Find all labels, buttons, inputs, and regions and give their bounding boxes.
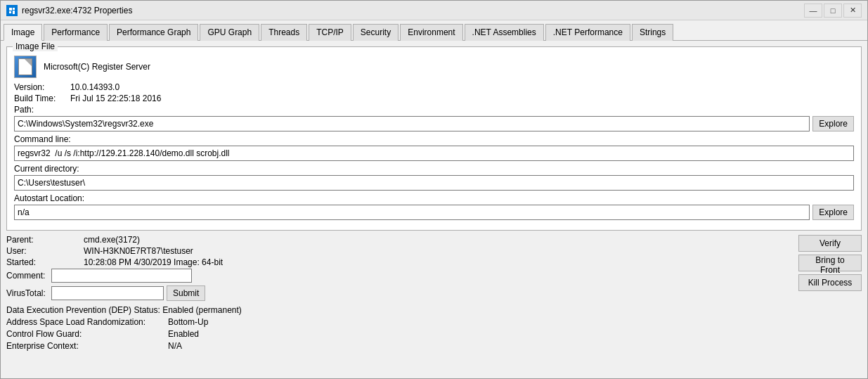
tab-environment[interactable]: Environment <box>400 24 462 41</box>
tab-threads[interactable]: Threads <box>261 24 307 41</box>
svg-rect-4 <box>13 11 15 14</box>
parent-value: cmd.exe(3172) <box>84 235 140 245</box>
started-value: 10:28:08 PM 4/30/2019 Image: 64-bit <box>84 257 223 267</box>
comment-row: Comment: <box>6 269 793 283</box>
autostart-row: Explore <box>14 205 854 220</box>
window-title: regsvr32.exe:4732 Properties <box>22 6 804 15</box>
close-button[interactable]: ✕ <box>843 4 862 18</box>
build-label: Build Time: <box>14 94 70 103</box>
right-buttons: Verify Bring to Front Kill Process <box>798 235 862 353</box>
dep-value: Enabled (permanent) <box>162 305 242 315</box>
maximize-button[interactable]: □ <box>824 4 842 18</box>
virustotal-label: VirusTotal: <box>6 288 48 298</box>
app-name: Microsoft(C) Register Server <box>44 62 150 72</box>
ec-row: Enterprise Context: N/A <box>6 341 793 351</box>
main-window: regsvr32.exe:4732 Properties — □ ✕ Image… <box>0 0 868 379</box>
svg-rect-1 <box>9 8 12 11</box>
cfg-label: Control Flow Guard: <box>6 329 168 339</box>
svg-rect-3 <box>9 11 11 13</box>
ec-label: Enterprise Context: <box>6 341 168 351</box>
bottom-section: Parent: cmd.exe(3172) User: WIN-H3KN0E7R… <box>6 235 862 353</box>
verify-button[interactable]: Verify <box>798 235 862 252</box>
parent-label: Parent: <box>6 235 84 245</box>
tab-gpu-graph[interactable]: GPU Graph <box>200 24 259 41</box>
tab-strings[interactable]: Strings <box>632 24 673 41</box>
comment-input[interactable] <box>51 269 192 283</box>
version-value: 10.0.14393.0 <box>70 82 119 92</box>
started-label: Started: <box>6 257 84 267</box>
cmdline-input[interactable] <box>14 146 854 161</box>
curdir-group: Current directory: <box>14 164 854 191</box>
dep-row: Data Execution Prevention (DEP) Status: … <box>6 305 793 315</box>
image-file-group-title: Image File <box>13 41 58 51</box>
user-label: User: <box>6 246 84 256</box>
ec-value: N/A <box>168 341 182 351</box>
app-icon <box>14 56 37 78</box>
main-content: Image File Microsoft(C) Register Server … <box>1 41 867 378</box>
build-value: Fri Jul 15 22:25:18 2016 <box>70 94 161 103</box>
cfg-row: Control Flow Guard: Enabled <box>6 329 793 339</box>
window-controls: — □ ✕ <box>804 4 862 18</box>
autostart-explore-button[interactable]: Explore <box>812 205 854 220</box>
app-header: Microsoft(C) Register Server <box>14 56 854 78</box>
curdir-input[interactable] <box>14 175 854 191</box>
kill-process-button[interactable]: Kill Process <box>798 274 862 291</box>
aslr-value: Bottom-Up <box>168 317 208 327</box>
path-label: Path: <box>14 105 854 115</box>
version-label: Version: <box>14 82 70 92</box>
svg-rect-2 <box>13 8 15 10</box>
cmdline-label: Command line: <box>14 134 854 144</box>
tab-security[interactable]: Security <box>353 24 399 41</box>
title-bar: regsvr32.exe:4732 Properties — □ ✕ <box>1 1 867 20</box>
curdir-label: Current directory: <box>14 164 854 174</box>
autostart-label: Autostart Location: <box>14 193 854 203</box>
cfg-value: Enabled <box>168 329 199 339</box>
path-group: Path: Explore <box>14 105 854 131</box>
file-icon-inner <box>18 58 32 75</box>
tab-net-assemblies[interactable]: .NET Assemblies <box>465 24 544 41</box>
bring-front-button[interactable]: Bring to Front <box>798 255 862 271</box>
aslr-label: Address Space Load Randomization: <box>6 317 168 327</box>
tab-image[interactable]: Image <box>4 24 42 41</box>
comment-label: Comment: <box>6 271 48 281</box>
tab-performance[interactable]: Performance <box>44 24 108 41</box>
tab-net-performance[interactable]: .NET Performance <box>545 24 630 41</box>
minimize-button[interactable]: — <box>804 4 822 18</box>
dep-label: Data Execution Prevention (DEP) Status: <box>6 305 160 315</box>
autostart-input[interactable] <box>14 205 810 220</box>
aslr-row: Address Space Load Randomization: Bottom… <box>6 317 793 327</box>
tab-bar: Image Performance Performance Graph GPU … <box>1 20 867 41</box>
virustotal-row: VirusTotal: Submit <box>6 285 793 301</box>
path-explore-button[interactable]: Explore <box>812 116 854 131</box>
cmdline-group: Command line: <box>14 134 854 161</box>
tab-tcpip[interactable]: TCP/IP <box>309 24 351 41</box>
virustotal-input[interactable] <box>51 286 164 300</box>
path-input[interactable] <box>14 116 810 131</box>
window-icon <box>6 5 18 16</box>
user-row: User: WIN-H3KN0E7RT87\testuser <box>6 246 793 256</box>
parent-row: Parent: cmd.exe(3172) <box>6 235 793 245</box>
user-value: WIN-H3KN0E7RT87\testuser <box>84 246 193 256</box>
virustotal-submit-button[interactable]: Submit <box>167 285 205 301</box>
tab-performance-graph[interactable]: Performance Graph <box>109 24 198 41</box>
autostart-group: Autostart Location: Explore <box>14 193 854 220</box>
image-file-group: Image File Microsoft(C) Register Server … <box>6 46 862 231</box>
started-row: Started: 10:28:08 PM 4/30/2019 Image: 64… <box>6 257 793 267</box>
left-info: Parent: cmd.exe(3172) User: WIN-H3KN0E7R… <box>6 235 793 353</box>
version-row: Version: 10.0.14393.0 <box>14 82 854 92</box>
path-row: Explore <box>14 116 854 131</box>
build-row: Build Time: Fri Jul 15 22:25:18 2016 <box>14 94 854 103</box>
